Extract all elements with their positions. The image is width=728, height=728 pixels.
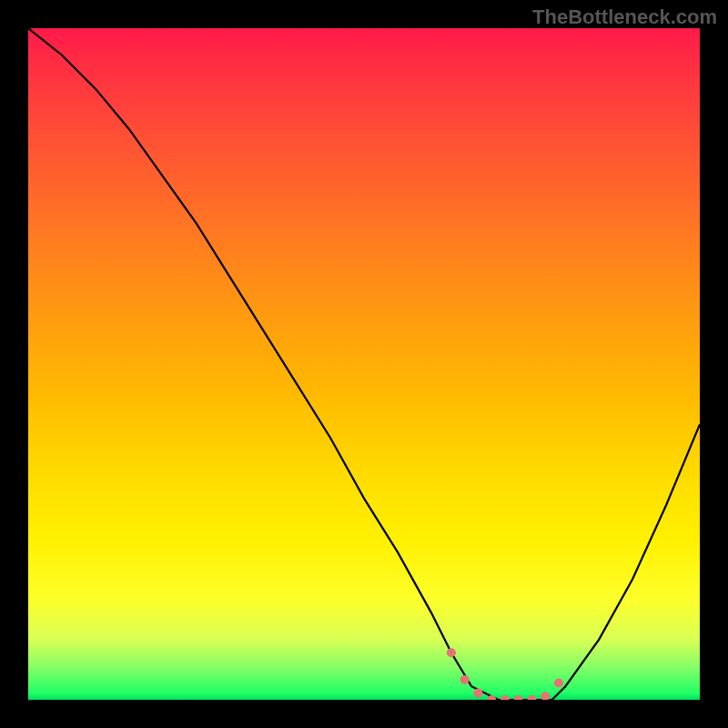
marker-dot — [541, 692, 550, 700]
plot-area — [28, 28, 700, 700]
marker-dot — [528, 695, 537, 700]
marker-dot — [460, 675, 470, 684]
marker-dot — [474, 689, 483, 698]
chart-svg — [28, 28, 700, 700]
watermark-text: TheBottleneck.com — [532, 5, 717, 29]
marker-dot — [514, 695, 523, 700]
marker-dot — [500, 695, 510, 700]
marker-dot — [554, 679, 563, 688]
marker-dot — [447, 648, 456, 657]
curve-path — [28, 28, 700, 700]
chart-container: TheBottleneck.com — [0, 0, 728, 728]
